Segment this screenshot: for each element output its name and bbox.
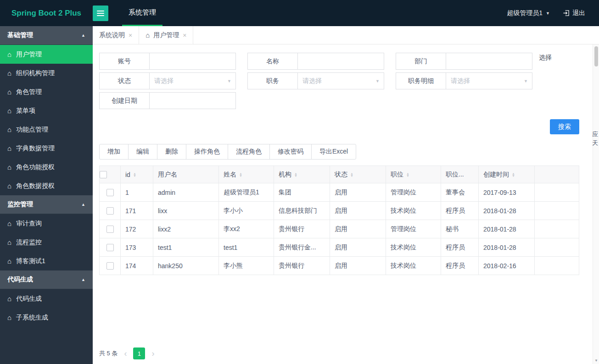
sidebar-item-user-management[interactable]: ⌂ 用户管理 [0, 45, 93, 64]
tab-system-description[interactable]: 系统说明 × [93, 26, 139, 44]
status-select[interactable]: 请选择 ▼ [150, 72, 236, 89]
create-date-input[interactable] [150, 92, 236, 109]
sidebar-item-process-monitor[interactable]: ⌂ 流程监控 [0, 233, 93, 252]
row-checkbox[interactable] [106, 244, 114, 251]
cell-id: 173 [121, 238, 153, 257]
choose-link[interactable]: 选择 [539, 54, 552, 62]
sort-icon[interactable]: ▲▼ [133, 172, 136, 177]
close-icon[interactable]: × [183, 32, 186, 39]
sidebar-item-role-management[interactable]: ⌂ 角色管理 [0, 83, 93, 101]
sidebar-item-function-point-management[interactable]: ⌂ 功能点管理 [0, 120, 93, 139]
add-button[interactable]: 增加 [99, 144, 129, 160]
sidebar-section-monitor-management[interactable]: 监控管理 ▲ [0, 195, 93, 214]
cell-position-detail: 董事会 [441, 183, 479, 202]
delete-button[interactable]: 删除 [157, 144, 186, 160]
cell-username: test1 [153, 238, 219, 257]
table-row[interactable]: 1 admin 超级管理员1 集团 启用 管理岗位 董事会 2017-09-13 [100, 183, 579, 202]
tab-user-management[interactable]: ⌂ 用户管理 × [139, 26, 193, 44]
table-row[interactable]: 171 lixx 李小小 信息科技部门 启用 技术岗位 程序员 2018-01-… [100, 202, 579, 220]
logout-button[interactable]: 退出 [563, 9, 585, 17]
prev-page-button[interactable]: ‹ [123, 349, 128, 358]
duty-select[interactable]: 请选择 ▼ [298, 72, 384, 89]
sort-icon[interactable]: ▲▼ [294, 172, 297, 177]
menu-item-label: 博客测试1 [16, 257, 45, 265]
column-header-status[interactable]: 状态 ▲▼ [330, 166, 386, 183]
department-input[interactable] [446, 53, 532, 70]
username-label: 超级管理员1 [507, 9, 543, 17]
process-role-button[interactable]: 流程角色 [228, 144, 270, 160]
next-page-button[interactable]: › [151, 349, 155, 358]
scroll-down-arrow-icon[interactable]: ▼ [593, 358, 599, 363]
table-row[interactable]: 173 test1 test1 贵州银行金... 启用 技术岗位 程序员 201… [100, 238, 579, 257]
sort-icon[interactable]: ▲▼ [239, 172, 242, 177]
sidebar-item-code-generation[interactable]: ⌂ 代码生成 [0, 289, 93, 308]
column-header-name[interactable]: 姓名 ▲▼ [219, 166, 274, 183]
menu-item-label: 代码生成 [16, 295, 42, 303]
sidebar-item-dict-data-management[interactable]: ⌂ 字典数据管理 [0, 139, 93, 158]
cell-name: 超级管理员1 [219, 183, 274, 202]
cell-id: 172 [121, 220, 153, 238]
cell-username: lixx [153, 202, 219, 220]
sidebar-item-audit-query[interactable]: ⌂ 审计查询 [0, 214, 93, 233]
logout-icon [563, 10, 570, 17]
select-all-checkbox[interactable] [100, 171, 107, 178]
topnav-system-management[interactable]: 系统管理 [122, 0, 162, 26]
field-duty: 职务 请选择 ▼ [247, 72, 384, 89]
row-checkbox[interactable] [106, 207, 114, 215]
field-name: 名称 [247, 53, 384, 70]
menu-item-label: 流程监控 [16, 238, 42, 247]
menu-icon [97, 15, 104, 16]
edit-button[interactable]: 编辑 [128, 144, 157, 160]
field-duty-detail: 职务明细 请选择 ▼ [396, 72, 532, 89]
column-header-position[interactable]: 职位 ▲▼ [386, 166, 441, 183]
cell-created: 2017-09-13 [479, 183, 535, 202]
field-status: 状态 请选择 ▼ [99, 72, 236, 89]
cell-position: 技术岗位 [386, 202, 441, 220]
row-checkbox[interactable] [106, 189, 114, 196]
close-icon[interactable]: × [129, 32, 132, 39]
menu-icon [97, 13, 104, 14]
scrollbar-thumb[interactable] [594, 46, 598, 66]
operate-role-button[interactable]: 操作角色 [186, 144, 228, 160]
row-checkbox[interactable] [106, 262, 114, 270]
sort-icon[interactable]: ▲▼ [512, 172, 515, 177]
sidebar-item-role-function-auth[interactable]: ⌂ 角色功能授权 [0, 158, 93, 176]
column-header-position-detail: 职位... [441, 166, 479, 183]
name-input[interactable] [298, 53, 384, 70]
sidebar-item-role-data-auth[interactable]: ⌂ 角色数据授权 [0, 176, 93, 195]
column-header-created[interactable]: 创建时间 ▲▼ [479, 166, 535, 183]
account-input[interactable] [150, 53, 236, 70]
column-header-id[interactable]: id ▲▼ [121, 166, 153, 183]
sidebar-item-subsystem-generation[interactable]: ⌂ 子系统生成 [0, 308, 93, 327]
field-label: 名称 [247, 53, 298, 70]
cell-filler [535, 183, 579, 202]
user-menu[interactable]: 超级管理员1 ▼ [507, 9, 550, 17]
page-1-button[interactable]: 1 [133, 347, 145, 359]
home-icon: ⌂ [7, 51, 11, 58]
sidebar-section-code-generation[interactable]: 代码生成 ▲ [0, 270, 93, 289]
topnav-label: 系统管理 [129, 8, 156, 17]
cell-status: 启用 [330, 183, 386, 202]
duty-detail-select[interactable]: 请选择 ▼ [446, 72, 532, 89]
sort-icon[interactable]: ▲▼ [350, 172, 353, 177]
home-icon: ⌂ [7, 70, 11, 77]
form-row: 创建日期 [99, 92, 579, 109]
export-excel-button[interactable]: 导出Excel [311, 144, 356, 160]
column-header-org[interactable]: 机构 ▲▼ [274, 166, 330, 183]
section-title: 监控管理 [7, 200, 33, 209]
sidebar-item-blog-test[interactable]: ⌂ 博客测试1 [0, 252, 93, 270]
select-placeholder: 请选择 [451, 77, 470, 85]
change-password-button[interactable]: 修改密码 [269, 144, 312, 160]
sidebar-section-basic-management[interactable]: 基础管理 ▲ [0, 26, 93, 45]
table-row[interactable]: 174 hank250 李小熊 贵州银行 启用 技术岗位 程序员 2018-02… [100, 257, 579, 275]
table-row[interactable]: 172 lixx2 李xx2 贵州银行 启用 管理岗位 秘书 2018-01-2… [100, 220, 579, 238]
sidebar-toggle-button[interactable] [93, 6, 108, 21]
cell-status: 启用 [330, 202, 386, 220]
sort-icon[interactable]: ▲▼ [406, 172, 409, 177]
sidebar-item-org-management[interactable]: ⌂ 组织机构管理 [0, 64, 93, 83]
row-checkbox[interactable] [106, 226, 114, 233]
vertical-scrollbar[interactable]: ▼ [593, 44, 599, 364]
search-button[interactable]: 搜索 [550, 119, 579, 134]
sidebar-item-menu-items[interactable]: ⌂ 菜单项 [0, 101, 93, 120]
cell-id: 1 [121, 183, 153, 202]
